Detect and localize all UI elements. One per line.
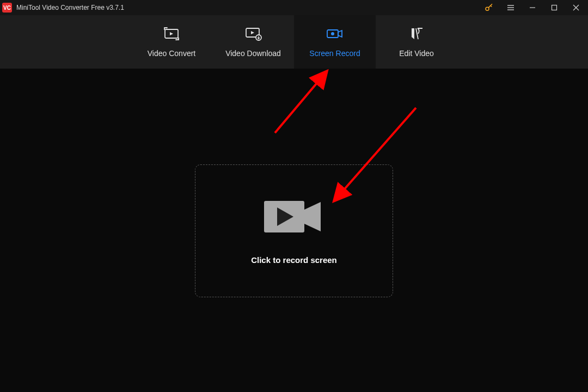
svg-rect-5 [552,5,557,10]
tab-video-convert[interactable]: Video Convert [131,15,212,69]
tab-label: Edit Video [399,49,434,58]
svg-line-22 [275,74,324,133]
tab-bar: Video Convert Video Download Screen Reco… [0,15,588,69]
maximize-button[interactable] [544,0,564,15]
hamburger-menu-icon[interactable] [501,0,520,15]
edit-icon [408,26,425,41]
svg-marker-13 [251,31,254,34]
minimize-button[interactable] [523,0,542,15]
window-controls [479,0,586,15]
svg-marker-10 [167,27,168,29]
tab-video-download[interactable]: Video Download [212,15,294,69]
download-icon [244,26,262,41]
record-icon [325,26,345,41]
svg-marker-19 [304,202,321,231]
app-title: MiniTool Video Converter Free v3.7.1 [16,4,479,11]
tab-label: Video Download [225,49,281,58]
svg-point-0 [486,7,489,10]
key-icon[interactable] [479,0,499,15]
camera-icon [264,198,324,238]
tab-screen-record[interactable]: Screen Record [294,15,376,69]
close-button[interactable] [566,0,586,15]
record-prompt-label: Click to record screen [251,255,337,265]
convert-icon [162,26,181,41]
titlebar: VC MiniTool Video Converter Free v3.7.1 [0,0,588,15]
svg-marker-11 [175,39,177,41]
record-screen-button[interactable]: Click to record screen [195,164,393,297]
annotation-arrow-icon [267,69,338,139]
svg-marker-9 [170,32,173,35]
svg-point-17 [331,32,334,35]
tab-label: Video Convert [148,49,195,58]
app-logo-icon: VC [2,3,12,13]
tab-edit-video[interactable]: Edit Video [376,15,457,69]
tab-label: Screen Record [309,49,360,58]
content-area: Click to record screen [0,69,588,392]
svg-marker-16 [338,30,342,37]
